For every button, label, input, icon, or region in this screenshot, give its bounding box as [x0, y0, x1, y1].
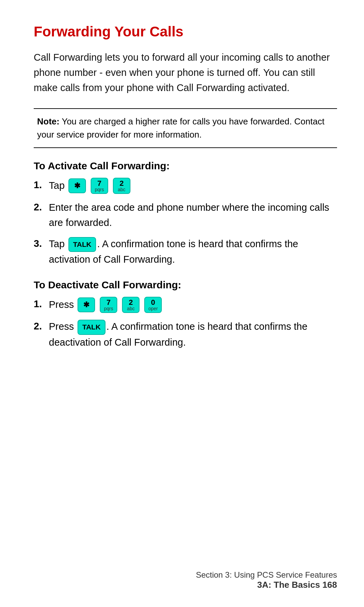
step-number: 1. — [34, 297, 49, 312]
step-number: 2. — [34, 200, 49, 215]
intro-text: Call Forwarding lets you to forward all … — [34, 50, 337, 95]
deactivate-heading: To Deactivate Call Forwarding: — [34, 279, 337, 291]
step-number: 3. — [34, 236, 49, 251]
tap-label: Tap — [49, 178, 65, 193]
activate-step-1: 1. Tap ✱ 7 pqrs 2 abc — [34, 178, 337, 194]
key-star: ✱ — [68, 178, 86, 193]
step-content: Press TALK. A confirmation tone is heard… — [49, 319, 337, 350]
activate-step-3: 3. Tap TALK. A confirmation tone is hear… — [34, 236, 337, 267]
footer-line1: Section 3: Using PCS Service Features — [196, 570, 337, 580]
page-title: Forwarding Your Calls — [34, 24, 337, 40]
note-label: Note: — [37, 116, 59, 126]
key-2: 2 abc — [122, 297, 140, 313]
note-text: You are charged a higher rate for calls … — [37, 116, 325, 140]
key-7: 7 pqrs — [91, 178, 108, 194]
activate-steps: 1. Tap ✱ 7 pqrs 2 abc — [34, 178, 337, 267]
step-number: 2. — [34, 319, 49, 334]
deactivate-steps: 1. Press ✱ 7 pqrs 2 abc 0 — [34, 297, 337, 350]
step-content: Tap TALK. A confirmation tone is heard t… — [49, 236, 337, 267]
activate-step-2: 2. Enter the area code and phone number … — [34, 200, 337, 230]
key-0: 0 oper — [144, 297, 162, 313]
footer: Section 3: Using PCS Service Features 3A… — [196, 570, 337, 590]
talk-key: TALK — [78, 320, 105, 335]
page-content: Forwarding Your Calls Call Forwarding le… — [0, 0, 364, 382]
step-number: 1. — [34, 178, 49, 193]
note-box: Note: You are charged a higher rate for … — [34, 108, 337, 148]
activate-section: To Activate Call Forwarding: 1. Tap ✱ 7 … — [34, 160, 337, 267]
talk-key: TALK — [68, 237, 96, 252]
key-2: 2 abc — [113, 178, 130, 194]
key-7: 7 pqrs — [100, 297, 117, 313]
step-content: Tap ✱ 7 pqrs 2 abc — [49, 178, 337, 194]
footer-line2: 3A: The Basics 168 — [196, 580, 337, 590]
step-content: Press ✱ 7 pqrs 2 abc 0 oper — [49, 297, 337, 313]
key-star: ✱ — [78, 297, 95, 312]
deactivate-step-1: 1. Press ✱ 7 pqrs 2 abc 0 — [34, 297, 337, 313]
press-label: Press — [49, 297, 74, 312]
step-content: Enter the area code and phone number whe… — [49, 200, 337, 230]
deactivate-section: To Deactivate Call Forwarding: 1. Press … — [34, 279, 337, 350]
activate-heading: To Activate Call Forwarding: — [34, 160, 337, 172]
deactivate-step-2: 2. Press TALK. A confirmation tone is he… — [34, 319, 337, 350]
